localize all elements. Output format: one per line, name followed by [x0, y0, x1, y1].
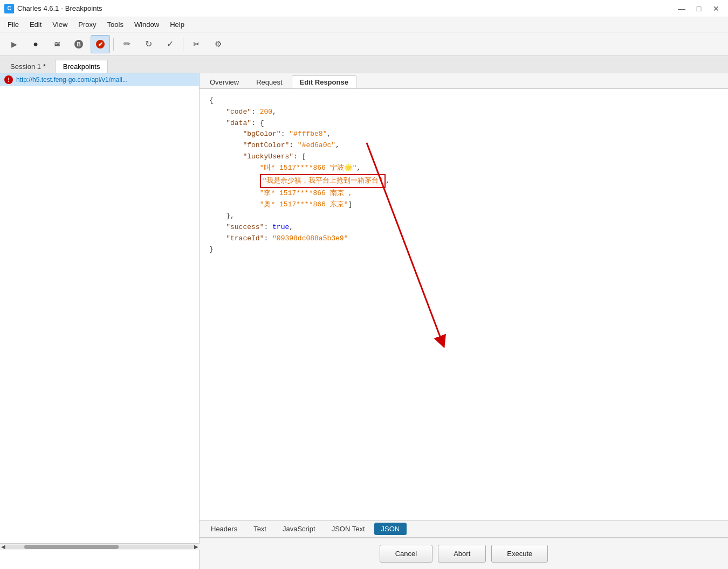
menu-help[interactable]: Help — [164, 19, 190, 30]
json-line-2: "code": 200, — [209, 107, 718, 118]
tab-text[interactable]: Text — [246, 523, 273, 535]
json-line-7: "叫* 1517****866 宁波🌟", — [209, 163, 718, 174]
json-line-12: "success": true, — [209, 222, 718, 233]
menu-view[interactable]: View — [47, 19, 73, 30]
menu-proxy[interactable]: Proxy — [73, 19, 101, 30]
close-button[interactable]: ✕ — [709, 3, 724, 14]
json-line-14: } — [209, 244, 718, 255]
scrollbar-thumb — [24, 545, 119, 549]
menu-window[interactable]: Window — [129, 19, 164, 30]
separator-2 — [183, 38, 183, 51]
breakpoints-active-button[interactable]: ✔ — [91, 35, 110, 53]
json-content-area: { "code": 200, "data": { "bgColor": "#ff… — [200, 89, 728, 520]
app-icon: C — [4, 4, 14, 13]
tab-javascript[interactable]: JavaScript — [276, 523, 322, 535]
breakpoints-button[interactable]: B — [69, 35, 88, 53]
action-buttons-area: Cancel Abort Execute — [200, 538, 728, 569]
sidebar-breakpoint-item[interactable]: ! http://h5.test.feng-go.com/api/v1/mall… — [0, 73, 199, 86]
tab-overview[interactable]: Overview — [202, 75, 247, 88]
title-bar-left: C Charles 4.6.1 - Breakpoints — [4, 4, 102, 13]
title-bar: C Charles 4.6.1 - Breakpoints — □ ✕ — [0, 0, 728, 17]
stop-recording-button[interactable]: ● — [26, 35, 45, 53]
scroll-left-button[interactable]: ◀ — [1, 544, 5, 550]
svg-text:✔: ✔ — [98, 41, 103, 47]
svg-text:B: B — [77, 41, 80, 47]
sidebar-item-url: http://h5.test.feng-go.com/api/v1/mall..… — [16, 76, 128, 84]
json-line-1: { — [209, 95, 718, 107]
maximize-button[interactable]: □ — [691, 3, 706, 14]
window-controls: — □ ✕ — [674, 3, 724, 14]
validate-button[interactable]: ✓ — [160, 35, 180, 53]
json-line-6: "luckyUsers": [ — [209, 151, 718, 163]
tools-button[interactable]: ✂ — [187, 35, 206, 53]
tab-request[interactable]: Request — [248, 75, 290, 88]
json-line-9: "李* 1517****866 南京 , — [209, 188, 718, 199]
sidebar: ! http://h5.test.feng-go.com/api/v1/mall… — [0, 73, 200, 569]
cancel-button[interactable]: Cancel — [380, 545, 432, 563]
response-tabs: Overview Request Edit Response — [200, 73, 728, 89]
tab-headers[interactable]: Headers — [204, 523, 244, 535]
json-line-13: "traceId": "09398dc088a5b3e9" — [209, 233, 718, 245]
minimize-button[interactable]: — — [674, 3, 689, 14]
tab-breakpoints[interactable]: Breakpoints — [55, 60, 108, 73]
main-area: ! http://h5.test.feng-go.com/api/v1/mall… — [0, 73, 728, 569]
abort-button[interactable]: Abort — [438, 545, 486, 563]
rerun-button[interactable]: ↻ — [139, 35, 158, 53]
sidebar-bottom: ◀ ▶ — [0, 543, 200, 550]
settings-button[interactable]: ⚙ — [208, 35, 228, 53]
menu-file[interactable]: File — [2, 19, 24, 30]
execute-button[interactable]: Execute — [491, 545, 548, 563]
json-line-11: }, — [209, 211, 718, 222]
menu-edit[interactable]: Edit — [24, 19, 47, 30]
tab-edit-response[interactable]: Edit Response — [292, 75, 356, 88]
scrollbar-track[interactable] — [5, 545, 194, 549]
right-panel: Overview Request Edit Response { "code":… — [200, 73, 728, 569]
format-tabs: Headers Text JavaScript JSON Text JSON — [200, 520, 728, 538]
session-tabs-row: Session 1 * Breakpoints — [0, 56, 728, 73]
tab-json[interactable]: JSON — [374, 523, 407, 535]
json-line-5: "fontColor": "#ed6a0c", — [209, 140, 718, 151]
json-line-3: "data": { — [209, 118, 718, 129]
menu-tools[interactable]: Tools — [102, 19, 129, 30]
separator-1 — [113, 38, 114, 51]
throttling-button[interactable]: ≋ — [47, 35, 67, 53]
json-line-10: "奥* 1517****866 东京"] — [209, 199, 718, 211]
edit-button[interactable]: ✏ — [117, 35, 136, 53]
start-recording-button[interactable]: ▶ — [4, 35, 24, 53]
toolbar: ▶ ● ≋ B ✔ ✏ ↻ ✓ ✂ ⚙ — [0, 32, 728, 56]
tab-json-text[interactable]: JSON Text — [325, 523, 372, 535]
breakpoint-icon: ! — [4, 75, 13, 84]
json-line-8-highlighted: "我是余少祺，我平台上抢到一箱茅台", — [209, 174, 718, 189]
json-line-4: "bgColor": "#fffbe8", — [209, 129, 718, 140]
window-title: Charles 4.6.1 - Breakpoints — [17, 4, 102, 12]
tab-session1[interactable]: Session 1 * — [2, 60, 54, 73]
menu-bar: File Edit View Proxy Tools Window Help — [0, 17, 728, 32]
scroll-right-button[interactable]: ▶ — [194, 544, 198, 550]
sidebar-scrollbar[interactable]: ◀ ▶ — [0, 543, 200, 550]
